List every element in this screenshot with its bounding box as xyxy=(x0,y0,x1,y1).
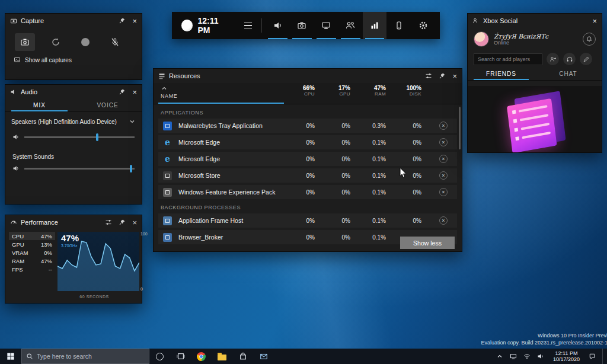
gpu-value: 0% xyxy=(321,218,350,224)
record-last-button[interactable] xyxy=(47,33,65,51)
compose-message-button[interactable] xyxy=(580,53,592,65)
process-row[interactable]: e Microsoft Edge 0% 0% 0.1% 0% × xyxy=(158,135,457,149)
pin-icon[interactable] xyxy=(119,219,126,226)
performance-widget: Performance × CPU47% GPU13% VRAM0% RAM47… xyxy=(5,215,142,304)
taskbar-clock[interactable]: 12:11 PM 10/17/2020 xyxy=(551,350,582,363)
capture-widget: Capture × Show all captures xyxy=(5,13,142,80)
gpu-value: 0% xyxy=(321,234,350,241)
end-task-button[interactable]: × xyxy=(439,216,448,225)
stat-label: RAM xyxy=(12,258,24,264)
close-icon[interactable]: × xyxy=(132,88,137,96)
show-desktop-button[interactable] xyxy=(602,349,605,364)
scrollbar-thumb[interactable] xyxy=(459,107,461,149)
collapse-chevron-icon[interactable] xyxy=(161,85,168,92)
notifications-button[interactable] xyxy=(583,33,596,46)
search-players-input[interactable] xyxy=(474,53,542,65)
tab-friends[interactable]: FRIENDS xyxy=(468,68,535,80)
close-icon[interactable]: × xyxy=(592,17,597,25)
display-tray-icon[interactable] xyxy=(510,353,517,360)
start-button[interactable] xyxy=(0,349,21,364)
disk-column-header[interactable]: 100%DISK xyxy=(392,85,421,97)
pin-icon[interactable] xyxy=(439,72,446,79)
tune-icon[interactable] xyxy=(105,219,112,226)
chrome-taskbar-button[interactable] xyxy=(191,349,212,364)
stat-vram[interactable]: VRAM0% xyxy=(9,248,55,257)
close-icon[interactable]: × xyxy=(132,219,137,226)
speaker-icon xyxy=(12,133,20,141)
volume-tray-icon[interactable] xyxy=(537,353,544,360)
resources-widget: Resources × NAME 66%CPU 17%GPU 47%RAM 10… xyxy=(153,68,462,252)
gamebar-settings-button[interactable] xyxy=(411,12,435,39)
tab-mix[interactable]: MIX xyxy=(5,99,74,111)
name-column-header[interactable]: NAME xyxy=(161,93,177,99)
watermark-line1: Windows 10 Pro Insider Previe xyxy=(481,332,607,339)
stat-fps[interactable]: FPS-- xyxy=(9,265,55,273)
xbox-logo-icon[interactable] xyxy=(181,20,193,31)
close-icon[interactable]: × xyxy=(132,17,137,25)
avatar[interactable] xyxy=(474,31,489,47)
process-row[interactable]: e Microsoft Edge 0% 0% 0.1% 0% × xyxy=(158,152,457,166)
process-row[interactable]: Windows Feature Experience Pack 0% 0% 0.… xyxy=(158,185,457,199)
stat-label: FPS xyxy=(12,266,23,273)
stat-cpu[interactable]: CPU47% xyxy=(9,232,55,240)
file-explorer-button[interactable] xyxy=(212,349,232,364)
device-volume-slider[interactable] xyxy=(24,136,135,138)
tray-expand-icon[interactable] xyxy=(496,353,503,360)
network-icon[interactable] xyxy=(523,353,531,360)
gamebar-broadcast-button[interactable] xyxy=(314,12,338,39)
ram-total: 47% xyxy=(356,85,386,91)
system-volume-slider[interactable] xyxy=(24,168,135,170)
gamebar-clock: 12:11 PM xyxy=(197,16,232,35)
cpu-column-header[interactable]: 66%CPU xyxy=(285,85,315,97)
process-row[interactable]: Malwarebytes Tray Application 0% 0% 0.3%… xyxy=(158,119,457,133)
taskbar-search[interactable] xyxy=(21,349,149,364)
stat-ram[interactable]: RAM47% xyxy=(9,257,55,265)
ram-column-header[interactable]: 47%RAM xyxy=(356,85,386,97)
search-input[interactable] xyxy=(37,353,145,360)
end-task-button[interactable]: × xyxy=(439,188,448,196)
cortana-button[interactable] xyxy=(149,349,170,364)
task-view-button[interactable] xyxy=(170,349,191,364)
performance-widget-icon xyxy=(10,219,17,226)
device-volume-row xyxy=(5,129,142,145)
tab-voice[interactable]: VOICE xyxy=(74,99,142,111)
mouse-cursor xyxy=(400,167,407,178)
widget-menu-icon[interactable] xyxy=(244,23,253,29)
pin-icon[interactable] xyxy=(119,17,126,24)
tab-chat[interactable]: CHAT xyxy=(535,68,602,80)
screenshot-button[interactable] xyxy=(15,33,35,51)
end-task-button[interactable]: × xyxy=(439,138,448,146)
gpu-column-header[interactable]: 17%GPU xyxy=(321,85,350,97)
gamebar-capture-button[interactable] xyxy=(290,12,314,39)
stat-label: GPU xyxy=(12,241,24,248)
end-task-button[interactable]: × xyxy=(439,122,448,130)
stat-value: 0% xyxy=(44,250,52,256)
mail-taskbar-button[interactable] xyxy=(253,349,274,364)
action-center-icon[interactable] xyxy=(589,353,596,360)
add-friend-button[interactable] xyxy=(547,53,559,65)
show-less-button[interactable]: Show less xyxy=(400,237,455,249)
tune-icon[interactable] xyxy=(425,72,432,79)
divider xyxy=(261,18,262,33)
gamebar-audio-button[interactable] xyxy=(266,12,290,39)
gamebar-performance-button[interactable] xyxy=(363,12,387,39)
audio-device-label: Speakers (High Definition Audio Device) xyxy=(11,119,117,125)
party-button[interactable] xyxy=(563,53,576,65)
end-task-button[interactable]: × xyxy=(439,155,448,163)
ram-value: 0.1% xyxy=(356,173,386,179)
audio-device-selector[interactable]: Speakers (High Definition Audio Device) xyxy=(5,112,142,129)
monitor-icon xyxy=(321,21,331,30)
record-button[interactable] xyxy=(76,33,94,51)
bar-chart-icon xyxy=(370,21,379,30)
store-taskbar-button[interactable] xyxy=(232,349,253,364)
gamebar-resources-button[interactable] xyxy=(386,12,411,39)
process-row[interactable]: Microsoft Store 0% 0% 0.1% 0% × xyxy=(158,168,457,183)
show-all-captures-link[interactable]: Show all captures xyxy=(5,53,142,66)
gamebar-social-button[interactable] xyxy=(338,12,363,39)
process-row[interactable]: Application Frame Host 0% 0% 0.1% 0% × xyxy=(158,213,457,228)
pin-icon[interactable] xyxy=(119,88,126,95)
close-icon[interactable]: × xyxy=(452,72,457,80)
end-task-button[interactable]: × xyxy=(439,171,448,180)
mic-toggle-button[interactable] xyxy=(106,33,124,51)
stat-gpu[interactable]: GPU13% xyxy=(9,240,55,248)
